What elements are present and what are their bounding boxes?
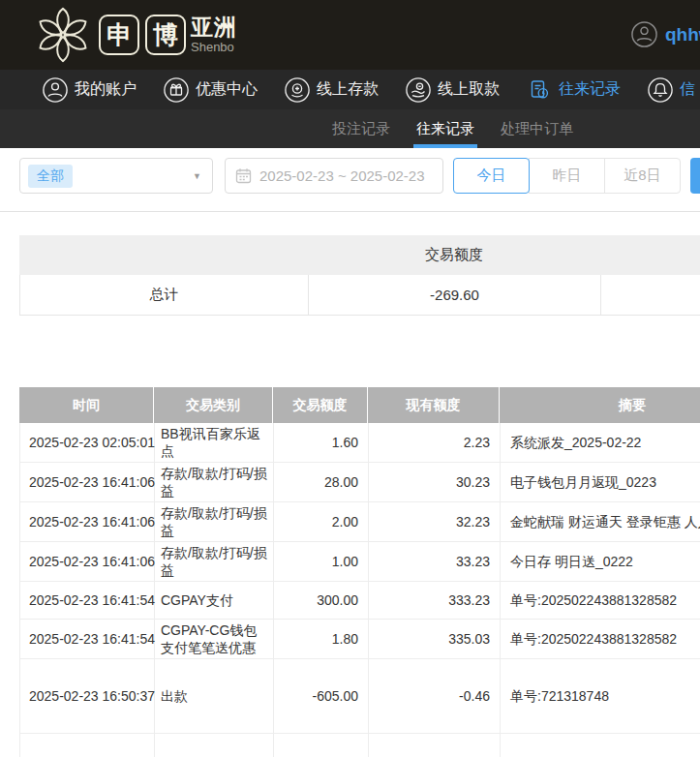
nav-label: 线上取款 xyxy=(438,79,500,100)
yesterday-button[interactable]: 昨日 xyxy=(529,158,605,194)
nav-item-messages[interactable]: 信 xyxy=(648,77,695,103)
tab-betting-records[interactable]: 投注记录 xyxy=(332,109,390,148)
cell-balance: -0.46 xyxy=(369,659,501,733)
username[interactable]: qhhw xyxy=(665,24,700,45)
table-row: 2025-02-23 16:50:37CGPAY出款优惠1.000.53单号:7… xyxy=(20,734,700,757)
cell-amount: 1.00 xyxy=(274,542,369,581)
table-row: 2025-02-23 16:41:06存款/取款/打码/损益2.0032.23金… xyxy=(20,502,700,542)
table-row: 2025-02-23 16:50:37出款-605.00-0.46单号:7213… xyxy=(20,659,700,734)
type-dropdown[interactable]: 全部 ▼ xyxy=(19,158,213,194)
cell-balance: 0.53 xyxy=(369,734,501,757)
bell-icon xyxy=(648,77,673,103)
cell-time: 2025-02-23 02:05:01 xyxy=(20,423,155,462)
cell-time: 2025-02-23 16:41:54 xyxy=(20,582,155,619)
cell-amount: 28.00 xyxy=(274,463,369,501)
cell-type: 存款/取款/打码/损益 xyxy=(155,463,274,501)
user-account[interactable]: qhhw xyxy=(631,21,700,47)
cell-type: 出款 xyxy=(155,659,274,733)
cell-balance: 2.23 xyxy=(369,423,501,462)
nav-label: 我的账户 xyxy=(75,79,137,100)
nav-item-my-account[interactable]: 我的账户 xyxy=(43,77,137,103)
records-table: 时间 交易类别 交易额度 现有额度 摘要 2025-02-23 02:05:01… xyxy=(19,387,700,757)
nav-item-transaction-records[interactable]: 往来记录 xyxy=(527,77,621,103)
main-nav: 我的账户 优惠中心 线上存款 线上取款 往来记录 xyxy=(0,70,700,109)
cell-time: 2025-02-23 16:41:54 xyxy=(20,620,155,658)
summary-empty-cell xyxy=(601,275,700,315)
date-range-picker[interactable]: 2025-02-23 ~ 2025-02-23 xyxy=(225,158,443,194)
logo-subtitle: Shenbo xyxy=(191,41,237,53)
column-header-amount: 交易额度 xyxy=(273,387,368,423)
table-row: 2025-02-23 16:41:06存款/取款/打码/损益28.0030.23… xyxy=(20,463,700,502)
cell-summary: 系统派发_2025-02-22 xyxy=(501,423,700,462)
last-8-days-button[interactable]: 近8日 xyxy=(604,158,681,194)
brand-logo[interactable]: 申 博 亚洲 Shenbo xyxy=(33,5,237,65)
cell-time: 2025-02-23 16:50:37 xyxy=(20,659,155,733)
column-header-type: 交易类别 xyxy=(154,387,273,423)
cell-summary: 单号:202502243881328582 xyxy=(501,582,700,619)
records-table-header: 时间 交易类别 交易额度 现有额度 摘要 xyxy=(19,387,700,423)
summary-table: 交易额度 总计 -269.60 xyxy=(19,235,700,316)
quick-date-buttons: 今日 昨日 近8日 xyxy=(453,158,681,194)
cell-amount: 1.80 xyxy=(274,620,369,658)
tab-pending-orders[interactable]: 处理中订单 xyxy=(501,109,573,148)
chevron-down-icon: ▼ xyxy=(193,171,201,181)
cell-time: 2025-02-23 16:50:37 xyxy=(20,734,155,757)
cell-amount: 1.60 xyxy=(274,423,369,462)
cell-amount: 1.00 xyxy=(274,734,369,757)
column-header-balance: 现有额度 xyxy=(368,387,500,423)
column-header-summary: 摘要 xyxy=(500,387,700,423)
nav-item-withdraw[interactable]: 线上取款 xyxy=(406,77,500,103)
cell-balance: 30.23 xyxy=(369,463,501,501)
site-header: 申 博 亚洲 Shenbo qhhw xyxy=(0,0,700,70)
cell-balance: 33.23 xyxy=(369,542,501,581)
type-dropdown-value: 全部 xyxy=(28,165,73,188)
column-header-time: 时间 xyxy=(19,387,154,423)
nav-label: 优惠中心 xyxy=(196,79,258,100)
cell-summary: 今日存 明日送_0222 xyxy=(501,542,700,581)
table-row: 2025-02-23 16:41:06存款/取款/打码/损益1.0033.23今… xyxy=(20,542,700,582)
cell-type: 存款/取款/打码/损益 xyxy=(155,542,274,581)
cell-amount: -605.00 xyxy=(274,659,369,733)
table-row: 2025-02-23 16:41:54CGPAY支付300.00333.23单号… xyxy=(20,582,700,620)
logo-char-bo: 博 xyxy=(145,15,186,55)
cell-type: CGPAY支付 xyxy=(155,582,274,619)
cell-summary: 电子钱包月月返现_0223 xyxy=(501,463,700,501)
nav-label: 往来记录 xyxy=(559,79,621,100)
gift-icon xyxy=(164,77,189,103)
person-icon xyxy=(43,77,68,103)
cell-time: 2025-02-23 16:41:06 xyxy=(20,542,155,581)
cell-amount: 2.00 xyxy=(274,502,369,541)
summary-total-value: -269.60 xyxy=(309,275,601,315)
cell-time: 2025-02-23 16:41:06 xyxy=(20,463,155,501)
logo-region-text: 亚洲 xyxy=(191,16,237,39)
cell-balance: 335.03 xyxy=(369,620,501,658)
calendar-icon xyxy=(235,167,252,184)
cell-type: CGPAY出款优惠 xyxy=(155,734,274,757)
flower-logo-icon xyxy=(33,5,93,65)
nav-item-promotions[interactable]: 优惠中心 xyxy=(164,77,258,103)
summary-total-label: 总计 xyxy=(20,275,309,315)
table-row: 2025-02-23 02:05:01BB视讯百家乐返点1.602.23系统派发… xyxy=(20,423,700,463)
summary-table-row: 总计 -269.60 xyxy=(19,275,700,316)
cell-summary: 单号:721318748 xyxy=(501,659,700,733)
today-button[interactable]: 今日 xyxy=(453,158,530,194)
logo-char-shen: 申 xyxy=(99,15,139,55)
nav-item-deposit[interactable]: 线上存款 xyxy=(285,77,379,103)
search-button[interactable] xyxy=(690,158,700,194)
cell-summary: 金蛇献瑞 财运通天 登录钜惠 人人皆 xyxy=(501,502,700,541)
records-rows: 2025-02-23 02:05:01BB视讯百家乐返点1.602.23系统派发… xyxy=(19,423,700,757)
cell-type: 存款/取款/打码/损益 xyxy=(155,502,274,541)
tab-transaction-records[interactable]: 往来记录 xyxy=(416,109,474,148)
cell-amount: 300.00 xyxy=(274,582,369,619)
filter-bar: 全部 ▼ 2025-02-23 ~ 2025-02-23 今日 昨日 近8日 xyxy=(0,148,700,212)
table-row: 2025-02-23 16:41:54CGPAY-CG钱包支付笔笔送优惠1.80… xyxy=(20,620,700,659)
cell-time: 2025-02-23 16:41:06 xyxy=(20,502,155,541)
summary-table-header: 交易额度 xyxy=(19,235,700,275)
date-range-value: 2025-02-23 ~ 2025-02-23 xyxy=(259,167,425,184)
cell-type: CGPAY-CG钱包支付笔笔送优惠 xyxy=(155,620,274,658)
summary-header-label: 交易额度 xyxy=(308,246,600,264)
cell-summary: 单号:721318748 xyxy=(501,734,700,757)
deposit-icon xyxy=(285,77,310,103)
nav-label: 信 xyxy=(680,79,695,100)
avatar-icon xyxy=(631,21,657,47)
